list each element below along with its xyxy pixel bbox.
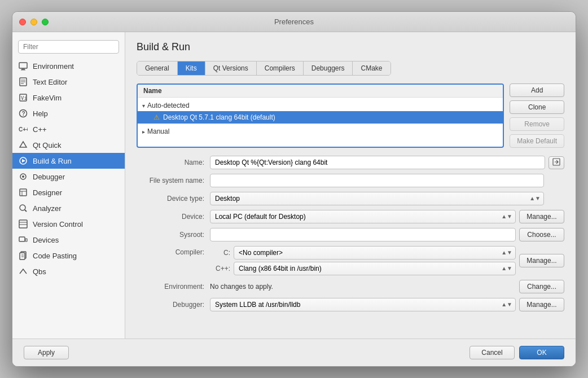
- tabs-container: General Kits Qt Versions Compilers Debug…: [137, 61, 391, 76]
- kit-panel: Name ▾ Auto-detected ⚠ Desktop Qt 5.7.1 …: [137, 83, 564, 148]
- sidebar-item-environment[interactable]: Environment: [12, 58, 125, 74]
- device-type-select[interactable]: Desktop: [210, 192, 544, 205]
- text-editor-icon: [18, 77, 28, 87]
- ok-button[interactable]: OK: [519, 346, 564, 359]
- minimize-button[interactable]: [30, 19, 37, 25]
- sidebar-label-analyzer: Analyzer: [33, 204, 62, 213]
- preferences-window: Preferences Environment: [12, 11, 576, 367]
- tab-debuggers[interactable]: Debuggers: [304, 61, 353, 75]
- sidebar-item-cpp[interactable]: C++ C++: [12, 121, 125, 137]
- kit-list-header: Name: [138, 85, 503, 98]
- sidebar-label-version-control: Version Control: [33, 220, 83, 228]
- tab-cmake[interactable]: CMake: [353, 61, 390, 75]
- compiler-c-select-wrapper: <No compiler> ▲▼: [234, 246, 516, 260]
- chevron-right-icon: ▸: [142, 129, 145, 135]
- sidebar-item-text-editor[interactable]: Text Editor: [12, 74, 125, 90]
- svg-marker-14: [22, 159, 25, 162]
- filter-container: [12, 37, 125, 58]
- main-content: Environment Text Editor V: [12, 32, 576, 339]
- sidebar-item-qbs[interactable]: Qbs: [12, 263, 125, 279]
- compiler-c-select[interactable]: <No compiler>: [234, 246, 516, 260]
- sidebar-item-designer[interactable]: Designer: [12, 184, 125, 200]
- sidebar-label-cpp: C++: [33, 125, 47, 134]
- kit-item-label: Desktop Qt 5.7.1 clang 64bit (default): [163, 113, 275, 121]
- device-select[interactable]: Local PC (default for Desktop): [210, 210, 516, 223]
- sidebar-label-help: Help: [33, 109, 48, 118]
- svg-line-21: [25, 210, 27, 212]
- tab-qt-versions[interactable]: Qt Versions: [205, 61, 257, 75]
- cancel-button[interactable]: Cancel: [469, 346, 515, 359]
- device-manage-button[interactable]: Manage...: [519, 210, 564, 223]
- sidebar-label-devices: Devices: [33, 236, 59, 244]
- tab-compilers[interactable]: Compilers: [257, 61, 304, 75]
- sysroot-choose-button[interactable]: Choose...: [519, 228, 564, 241]
- svg-text:?: ?: [22, 111, 25, 117]
- environment-change-button[interactable]: Change...: [519, 280, 564, 293]
- sidebar-item-help[interactable]: ? Help: [12, 106, 125, 121]
- make-default-button[interactable]: Make Default: [510, 134, 564, 148]
- kit-item-desktop-571[interactable]: ⚠ Desktop Qt 5.7.1 clang 64bit (default): [138, 111, 503, 124]
- clone-button[interactable]: Clone: [510, 100, 564, 114]
- remove-button[interactable]: Remove: [510, 117, 564, 131]
- bottom-right-buttons: Cancel OK: [469, 346, 564, 359]
- tab-general[interactable]: General: [137, 61, 178, 75]
- kit-group-manual: ▸ Manual: [138, 125, 503, 138]
- close-button[interactable]: [19, 19, 26, 25]
- debugger-select[interactable]: System LLDB at /usr/bin/lldb: [210, 298, 516, 311]
- devices-icon: [18, 235, 28, 245]
- svg-rect-28: [20, 253, 25, 260]
- svg-marker-12: [20, 142, 27, 147]
- sysroot-input[interactable]: [210, 228, 516, 241]
- monitor-icon: [18, 61, 28, 71]
- sidebar-label-text-editor: Text Editor: [33, 78, 67, 86]
- name-input[interactable]: [210, 156, 545, 169]
- add-button[interactable]: Add: [510, 83, 564, 97]
- kit-group-manual-label: Manual: [147, 128, 169, 135]
- device-type-select-wrapper: Desktop ▲▼: [210, 192, 544, 205]
- sidebar-item-fakevim[interactable]: Vi FakeVim: [12, 90, 125, 106]
- sidebar-label-environment: Environment: [33, 62, 74, 71]
- filter-input[interactable]: [18, 40, 119, 54]
- name-reset-button[interactable]: [548, 156, 564, 169]
- tab-kits[interactable]: Kits: [178, 61, 205, 75]
- environment-value: No changes to apply.: [210, 280, 516, 293]
- chevron-down-icon: ▾: [142, 103, 145, 109]
- svg-rect-25: [19, 237, 25, 241]
- cpp-icon: C++: [18, 124, 28, 134]
- device-row: Device: Local PC (default for Desktop) ▲…: [137, 210, 564, 223]
- sidebar-item-debugger[interactable]: Debugger: [12, 169, 125, 184]
- sidebar-item-build-run[interactable]: Build & Run: [12, 153, 125, 169]
- qbs-icon: [18, 266, 28, 276]
- environment-row: Environment: No changes to apply. Change…: [137, 280, 564, 293]
- sidebar-label-qbs: Qbs: [33, 267, 46, 276]
- compiler-manage-button[interactable]: Manage...: [519, 254, 564, 267]
- debugger-manage-button[interactable]: Manage...: [519, 298, 564, 311]
- qt-quick-icon: [18, 140, 28, 150]
- sidebar-item-code-pasting[interactable]: Code Pasting: [12, 248, 125, 263]
- debugger-row: Debugger: System LLDB at /usr/bin/lldb ▲…: [137, 298, 564, 311]
- file-system-name-label: File system name:: [137, 177, 210, 184]
- fakevim-icon: Vi: [18, 93, 28, 103]
- compiler-cpp-select[interactable]: Clang (x86 64bit in /usr/bin): [234, 262, 516, 275]
- sidebar-label-qt-quick: Qt Quick: [33, 141, 62, 150]
- sidebar-item-devices[interactable]: Devices: [12, 232, 125, 248]
- device-label: Device:: [137, 213, 210, 221]
- apply-button[interactable]: Apply: [24, 346, 69, 359]
- sidebar-item-analyzer[interactable]: Analyzer: [12, 200, 125, 216]
- svg-rect-22: [19, 220, 27, 228]
- compiler-fields: C: <No compiler> ▲▼ C++:: [210, 246, 516, 275]
- sidebar-item-qt-quick[interactable]: Qt Quick: [12, 137, 125, 153]
- device-type-label: Device type:: [137, 195, 210, 203]
- sidebar-item-version-control[interactable]: Version Control: [12, 216, 125, 232]
- kit-group-auto-detected-header[interactable]: ▾ Auto-detected: [138, 100, 503, 111]
- svg-point-20: [20, 205, 25, 210]
- file-system-name-input[interactable]: [210, 174, 544, 187]
- kit-group-manual-header[interactable]: ▸ Manual: [138, 126, 503, 137]
- compiler-cpp-label: C++:: [210, 265, 230, 272]
- fullscreen-button[interactable]: [42, 19, 49, 25]
- sidebar-label-code-pasting: Code Pasting: [33, 252, 77, 260]
- sidebar: Environment Text Editor V: [12, 32, 125, 339]
- form-section: Name: File system name:: [137, 156, 564, 316]
- svg-rect-0: [19, 63, 27, 68]
- compiler-label: Compiler:: [137, 246, 210, 256]
